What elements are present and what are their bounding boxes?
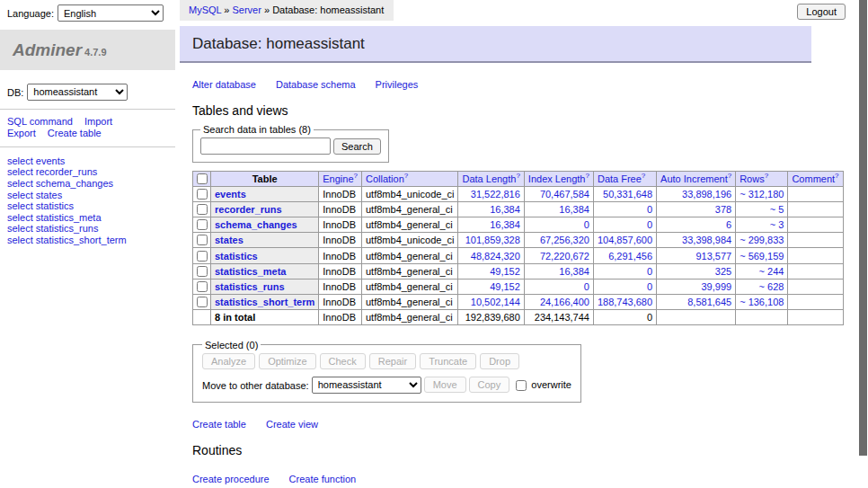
table-name-link[interactable]: statistics [215, 251, 258, 262]
overwrite-checkbox[interactable] [516, 380, 527, 391]
routine-link[interactable]: Create procedure [192, 474, 270, 484]
column-header-link[interactable]: Data Length? [462, 173, 519, 184]
table-name-link[interactable]: schema_changes [215, 219, 297, 230]
routine-link[interactable]: Create function [289, 474, 357, 484]
analyze-button[interactable]: Analyze [202, 353, 255, 369]
table-name-link[interactable]: recorder_runs [215, 204, 282, 215]
row-checkbox[interactable] [197, 281, 208, 292]
data-free-link[interactable]: 0 [647, 281, 652, 292]
sidebar-select-link[interactable]: select statistics [7, 200, 175, 212]
auto-increment-link[interactable]: 913,577 [695, 251, 731, 262]
rows-link[interactable]: ~ 3 [770, 219, 784, 230]
auto-increment-link[interactable]: 33,898,196 [682, 189, 731, 200]
sidebar-select-link[interactable]: select statistics_meta [7, 212, 175, 224]
check-button[interactable]: Check [320, 353, 366, 369]
row-checkbox[interactable] [197, 266, 208, 277]
data-free-link[interactable]: 0 [647, 204, 652, 215]
truncate-button[interactable]: Truncate [420, 353, 476, 369]
column-header-link[interactable]: Rows? [740, 173, 768, 184]
data-length-link[interactable]: 10,502,144 [471, 297, 520, 307]
index-length-link[interactable]: 16,384 [559, 204, 589, 215]
database-action-link[interactable]: Alter database [192, 79, 256, 90]
rows-link[interactable]: ~ 299,833 [740, 235, 784, 245]
data-free-link[interactable]: 50,331,648 [603, 189, 652, 200]
data-length-link[interactable]: 49,152 [490, 281, 520, 292]
sidebar-action-link[interactable]: Export [7, 128, 36, 138]
sidebar-action-link[interactable]: SQL command [7, 116, 73, 127]
db-select[interactable]: homeassistant [27, 84, 128, 101]
table-name-link[interactable]: states [215, 235, 244, 245]
data-free-link[interactable]: 104,857,600 [598, 235, 652, 245]
auto-increment-link[interactable]: 325 [715, 266, 731, 277]
auto-increment-link[interactable]: 39,999 [702, 281, 732, 292]
auto-increment-link[interactable]: 33,398,984 [682, 235, 731, 245]
index-length-link[interactable]: 72,220,672 [540, 251, 589, 262]
drop-button[interactable]: Drop [480, 353, 519, 369]
auto-increment-link[interactable]: 6 [726, 219, 731, 230]
row-checkbox[interactable] [197, 219, 208, 230]
row-checkbox[interactable] [197, 204, 208, 215]
auto-increment-link[interactable]: 8,581,645 [687, 297, 731, 307]
language-select[interactable]: English [58, 4, 164, 22]
rows-link[interactable]: ~ 569,159 [740, 251, 784, 262]
move-database-select[interactable]: homeassistant [312, 377, 421, 394]
rows-link[interactable]: ~ 244 [759, 266, 784, 277]
index-length-link[interactable]: 70,467,584 [540, 189, 589, 200]
column-header-link[interactable]: Collation? [366, 173, 408, 184]
index-length-link[interactable]: 24,166,400 [540, 297, 589, 307]
sidebar-select-link[interactable]: select statistics_short_term [7, 235, 175, 246]
database-action-link[interactable]: Privileges [376, 79, 419, 90]
row-checkbox[interactable] [197, 189, 208, 200]
data-length-link[interactable]: 31,522,816 [471, 189, 520, 200]
database-action-link[interactable]: Database schema [276, 79, 356, 90]
rows-link[interactable]: ~ 628 [759, 281, 784, 292]
repair-button[interactable]: Repair [369, 353, 416, 369]
column-header-link[interactable]: Index Length? [528, 173, 589, 184]
auto-increment-link[interactable]: 378 [715, 204, 731, 215]
rows-link[interactable]: ~ 5 [770, 204, 784, 215]
rows-link[interactable]: ~ 136,108 [740, 297, 784, 307]
row-checkbox[interactable] [197, 297, 208, 307]
breadcrumb-link[interactable]: MySQL [189, 4, 221, 15]
rows-link[interactable]: ~ 312,180 [740, 189, 784, 200]
column-header-link[interactable]: Comment? [792, 173, 838, 184]
index-length-link[interactable]: 16,384 [559, 266, 589, 277]
scrollbar-thumb[interactable] [859, 0, 867, 456]
column-header-link[interactable]: Data Free? [598, 173, 645, 184]
data-free-link[interactable]: 6,291,456 [608, 251, 652, 262]
data-free-link[interactable]: 0 [647, 266, 652, 277]
breadcrumb-link[interactable]: Server [233, 4, 261, 15]
move-button[interactable]: Move [424, 377, 466, 393]
data-free-link[interactable]: 188,743,680 [598, 297, 652, 307]
search-input[interactable] [200, 138, 331, 155]
search-button[interactable]: Search [333, 138, 381, 155]
copy-button[interactable]: Copy [469, 377, 510, 393]
data-length-link[interactable]: 48,824,320 [471, 251, 520, 262]
table-name-link[interactable]: statistics_meta [215, 266, 287, 277]
row-checkbox[interactable] [197, 251, 208, 262]
table-name-link[interactable]: events [215, 189, 246, 200]
data-length-link[interactable]: 16,384 [490, 219, 520, 230]
data-length-link[interactable]: 101,859,328 [465, 235, 520, 245]
table-name-link[interactable]: statistics_runs [215, 281, 285, 292]
index-length-link[interactable]: 0 [584, 219, 589, 230]
sidebar-select-link[interactable]: select states [7, 190, 175, 201]
sidebar-select-link[interactable]: select schema_changes [7, 178, 175, 190]
sidebar-select-link[interactable]: select statistics_runs [7, 223, 175, 235]
select-all-checkbox[interactable] [197, 173, 208, 184]
data-free-link[interactable]: 0 [647, 219, 652, 230]
column-header-link[interactable]: Engine? [323, 173, 358, 184]
table-name-link[interactable]: statistics_short_term [215, 297, 314, 307]
create-link[interactable]: Create view [266, 419, 318, 430]
sidebar-select-link[interactable]: select events [7, 155, 175, 167]
logout-button[interactable]: Logout [797, 4, 846, 20]
row-checkbox[interactable] [197, 235, 208, 245]
index-length-link[interactable]: 0 [584, 281, 589, 292]
index-length-link[interactable]: 67,256,320 [540, 235, 589, 245]
sidebar-action-link[interactable]: Import [84, 116, 112, 127]
column-header-link[interactable]: Auto Increment? [660, 173, 731, 184]
optimize-button[interactable]: Optimize [259, 353, 315, 369]
create-link[interactable]: Create table [192, 419, 246, 430]
data-length-link[interactable]: 49,152 [490, 266, 520, 277]
sidebar-select-link[interactable]: select recorder_runs [7, 166, 175, 178]
